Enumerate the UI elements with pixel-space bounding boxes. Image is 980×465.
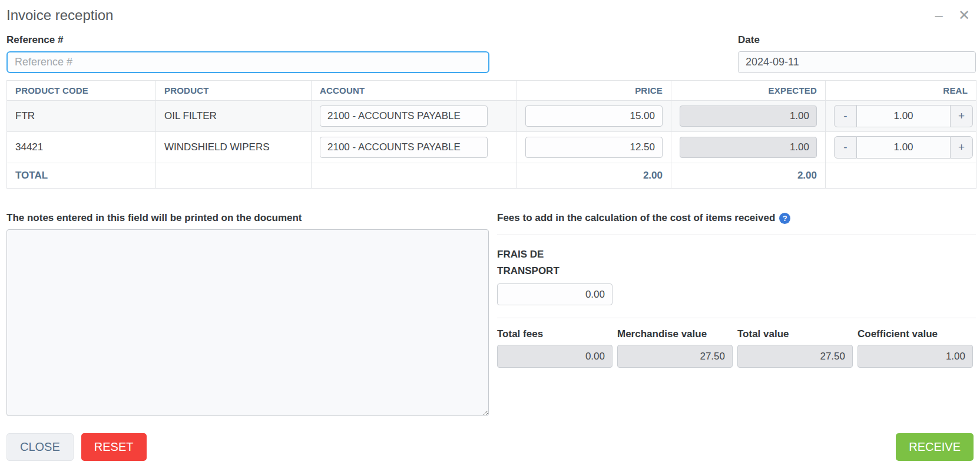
expected-input — [680, 137, 817, 158]
real-quantity-stepper: - + — [834, 136, 973, 159]
expected-input — [680, 105, 817, 127]
coefficient-value-field: Coefficient value — [858, 328, 973, 368]
decrement-button[interactable]: - — [834, 105, 857, 127]
fee-item-label: FRAIS DE TRANSPORT — [497, 246, 577, 279]
table-row: 34421 WINDSHIELD WIPERS 2100 - ACCOUNTS … — [7, 132, 976, 163]
date-label: Date — [738, 34, 976, 46]
merchandise-value-input — [617, 345, 733, 368]
window-controls: – ✕ — [935, 5, 976, 22]
fee-item: FRAIS DE TRANSPORT — [497, 246, 976, 305]
total-fees-label: Total fees — [497, 328, 612, 340]
col-product: PRODUCT — [156, 81, 312, 101]
account-select[interactable]: 2100 - ACCOUNTS PAYABLE — [320, 105, 488, 127]
total-value-input — [737, 345, 853, 368]
header-form-row: Reference # Date — [6, 34, 976, 73]
real-quantity-input[interactable] — [857, 136, 950, 159]
notes-section: The notes entered in this field will be … — [6, 212, 489, 418]
notes-textarea[interactable] — [6, 229, 489, 416]
close-button[interactable]: CLOSE — [6, 433, 74, 461]
reference-field-group: Reference # — [6, 34, 489, 73]
invoice-reception-dialog: Invoice reception – ✕ Reference # Date P… — [0, 0, 980, 464]
decrement-button[interactable]: - — [834, 136, 857, 159]
help-icon[interactable]: ? — [779, 213, 790, 224]
total-price: 2.00 — [517, 163, 671, 189]
coefficient-value-input — [858, 345, 973, 368]
reference-input[interactable] — [6, 51, 489, 73]
col-product-code: PRODUCT CODE — [7, 81, 156, 101]
fees-label: Fees to add in the calculation of the co… — [497, 212, 775, 224]
fees-divider-bottom — [497, 318, 976, 318]
total-value-field: Total value — [737, 328, 853, 368]
bottom-section: The notes entered in this field will be … — [6, 212, 976, 418]
real-quantity-input[interactable] — [857, 105, 950, 127]
fee-amount-input[interactable] — [497, 283, 612, 305]
increment-button[interactable]: + — [950, 136, 973, 159]
date-input[interactable] — [738, 51, 976, 73]
fees-header: Fees to add in the calculation of the co… — [497, 212, 976, 224]
fees-divider-top — [497, 235, 976, 235]
col-expected: EXPECTED — [671, 81, 826, 101]
real-quantity-stepper: - + — [834, 105, 973, 127]
dialog-title: Invoice reception — [6, 5, 113, 24]
titlebar: Invoice reception – ✕ — [6, 5, 976, 27]
merchandise-value-field: Merchandise value — [617, 328, 733, 368]
table-row: FTR OIL FILTER 2100 - ACCOUNTS PAYABLE -… — [7, 101, 976, 132]
coefficient-value-label: Coefficient value — [858, 328, 973, 340]
product-code-cell: 34421 — [7, 132, 156, 163]
date-field-group: Date — [738, 34, 976, 73]
account-select[interactable]: 2100 - ACCOUNTS PAYABLE — [320, 137, 488, 158]
footer-actions: CLOSE RESET RECEIVE — [6, 433, 976, 461]
total-value-label: Total value — [737, 328, 853, 340]
total-row: TOTAL 2.00 2.00 — [7, 163, 976, 189]
receive-button[interactable]: RECEIVE — [896, 433, 974, 461]
col-real: REAL — [826, 81, 976, 101]
close-icon[interactable]: ✕ — [958, 8, 970, 22]
price-input[interactable] — [525, 105, 663, 127]
col-price: PRICE — [517, 81, 671, 101]
reset-button[interactable]: RESET — [81, 433, 147, 461]
product-cell: OIL FILTER — [156, 101, 312, 132]
product-code-cell: FTR — [7, 101, 156, 132]
price-input[interactable] — [525, 137, 663, 158]
reference-label: Reference # — [6, 34, 489, 46]
fees-section: Fees to add in the calculation of the co… — [497, 212, 976, 418]
product-cell: WINDSHIELD WIPERS — [156, 132, 312, 163]
total-fees-field: Total fees — [497, 328, 612, 368]
total-fees-input — [497, 345, 612, 368]
table-header-row: PRODUCT CODE PRODUCT ACCOUNT PRICE EXPEC… — [7, 81, 976, 101]
minimize-icon[interactable]: – — [935, 8, 943, 22]
increment-button[interactable]: + — [950, 105, 973, 127]
col-account: ACCOUNT — [312, 81, 517, 101]
fees-summary: Total fees Merchandise value Total value… — [497, 328, 976, 368]
merchandise-value-label: Merchandise value — [617, 328, 733, 340]
total-label: TOTAL — [7, 163, 156, 189]
total-expected: 2.00 — [671, 163, 826, 189]
notes-label: The notes entered in this field will be … — [6, 212, 489, 224]
items-table: PRODUCT CODE PRODUCT ACCOUNT PRICE EXPEC… — [6, 80, 976, 189]
